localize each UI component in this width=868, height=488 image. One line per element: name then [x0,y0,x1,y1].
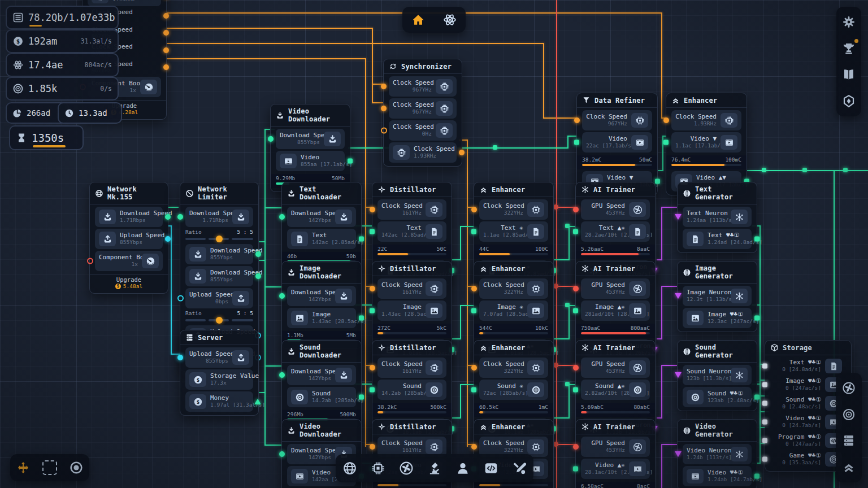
node-header[interactable]: Image Downloader [282,262,361,284]
output-port[interactable] [359,237,364,242]
node-header[interactable]: Text Downloader [282,182,361,204]
input-port[interactable] [675,293,682,299]
node-header[interactable]: Enhancer [474,341,553,355]
node-image-downloader[interactable]: Image DownloaderDownload Speed142YbpsIma… [281,261,362,349]
ratio-slider[interactable]: Ratio5 : 5 [185,310,253,324]
node-header[interactable]: Distillator [372,420,452,434]
output-port[interactable] [163,47,169,53]
node-header[interactable]: Distillator [372,182,452,197]
node-header[interactable]: Video Downloader [282,420,361,442]
output-port[interactable] [754,474,760,479]
node-header[interactable]: Distillator [372,341,452,355]
input-port[interactable] [381,84,387,89]
input-port[interactable] [370,444,375,450]
node-header[interactable]: Enhancer [666,93,747,108]
node-sound-downloader[interactable]: Sound DownloaderDownload Speed142YbpsSou… [281,340,362,428]
input-port[interactable] [573,444,579,450]
input-port[interactable] [471,207,477,212]
node-video-downloader-1[interactable]: Video DownloaderDownload Speed855YbpsVid… [270,104,350,192]
node-data-refiner[interactable]: Data RefinerClock Speed967YHzVideo22ac [… [576,93,658,195]
input-port[interactable] [675,214,682,220]
node-header[interactable]: Enhancer [474,420,553,434]
input-port[interactable] [573,365,579,371]
input-port[interactable] [279,293,285,299]
node-header[interactable]: Distillator [372,262,452,276]
node-video-generator[interactable]: Video GeneratorVideo Neuron1.24b [113t/s… [677,419,757,488]
cooling-tab[interactable] [396,457,417,479]
node-header[interactable]: Sound Generator [678,341,757,363]
node-header[interactable]: AI Trainer [576,341,655,355]
network-tab[interactable] [339,457,361,479]
input-port[interactable] [663,117,669,123]
input-port[interactable] [370,387,375,393]
output-port[interactable] [655,179,660,184]
settings-button[interactable] [838,11,860,33]
slider-knob[interactable] [216,236,223,242]
output-port[interactable] [359,395,364,400]
game-canvas[interactable]: CPUClock Speed1.93RHzClock Speed967YHzCl… [0,0,868,488]
output-port[interactable] [348,159,353,164]
tools-tab[interactable] [509,457,530,479]
profile-tab[interactable] [452,457,474,479]
node-header[interactable]: AI Trainer [576,420,655,434]
output-port[interactable] [163,64,169,70]
input-port[interactable] [573,467,578,472]
upgrade-button[interactable]: Upgrade$5.48al [90,274,168,290]
node-header[interactable]: Synchronizer [384,59,462,74]
servers-panel-button[interactable] [838,430,860,451]
input-port[interactable] [675,451,682,457]
input-port[interactable] [573,308,578,313]
output-port[interactable] [165,236,171,242]
node-server[interactable]: ServerUpload Speed855Ybps$Storage Value1… [180,330,259,416]
output-port[interactable] [754,395,760,400]
node-header[interactable]: Storage [765,341,851,355]
node-header[interactable]: Image Generator [678,262,757,284]
home-button[interactable] [407,9,429,30]
input-port[interactable] [370,365,375,371]
input-port[interactable] [279,372,285,378]
input-port[interactable] [762,438,767,443]
node-header[interactable]: Network Mk.155 [90,182,168,204]
input-port[interactable] [574,140,579,145]
node-header[interactable]: Sound Downloader [282,341,361,363]
badge-button[interactable] [838,90,860,112]
output-port[interactable] [754,316,760,321]
output-port[interactable] [255,251,261,257]
output-port[interactable] [754,237,760,242]
node-enhancer-top[interactable]: EnhancerClock Speed1.93RHzVideo ▼1.1ac [… [666,93,747,195]
node-text-generator[interactable]: Text GeneratorText Neuron1.24aa [113b/s]… [677,182,757,253]
output-port[interactable] [359,316,364,321]
input-port[interactable] [471,308,476,313]
input-port[interactable] [87,258,93,264]
input-port[interactable] [573,207,579,212]
output-port[interactable] [163,13,169,19]
input-port[interactable] [381,128,387,134]
node-header[interactable]: Enhancer [474,182,553,197]
node-network[interactable]: Network Mk.155Download Speed1.71RbpsUplo… [89,182,168,294]
node-image-generator[interactable]: Image GeneratorImage Neuron12.3t [1.13b/… [677,261,757,332]
output-port[interactable] [255,273,261,279]
output-port[interactable] [459,150,465,155]
node-ai-trainer-video[interactable]: AI TrainerGPU Speed453YHzVideo ▲✳28.1ac/… [575,419,656,488]
input-port[interactable] [663,140,669,145]
node-synchronizer[interactable]: SynchronizerClock Speed967YHzClock Speed… [383,59,462,167]
input-port[interactable] [177,214,183,220]
node-header[interactable]: Network Limiter [180,182,258,204]
input-port[interactable] [381,106,387,111]
input-port[interactable] [573,229,578,234]
input-port[interactable] [675,372,682,378]
node-header[interactable]: AI Trainer [576,182,655,197]
encyclopedia-button[interactable] [838,64,860,85]
output-port[interactable] [165,214,171,220]
cooling-panel-button[interactable] [838,377,860,399]
programs-tab[interactable] [480,457,502,479]
node-header[interactable]: Video Generator [678,420,757,442]
input-port[interactable] [762,457,767,462]
input-port[interactable] [471,365,477,371]
circle-tool[interactable] [66,457,87,478]
input-port[interactable] [762,401,767,406]
input-port[interactable] [573,387,578,393]
ratio-slider[interactable]: Ratio5 : 5 [185,229,253,242]
slider-knob[interactable] [216,317,223,324]
output-port[interactable] [254,399,261,404]
